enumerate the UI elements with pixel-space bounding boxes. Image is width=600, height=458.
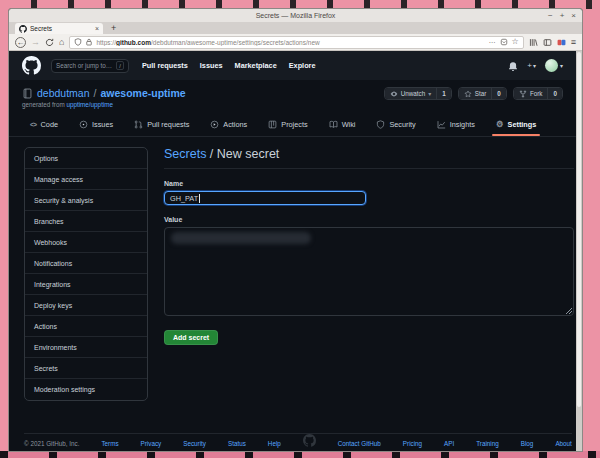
sidebar-item-options[interactable]: Options: [25, 148, 147, 169]
text-cursor: [199, 194, 200, 203]
sidebar-item-secrets[interactable]: Secrets: [25, 358, 147, 379]
search-input[interactable]: Search or jump to… /: [51, 59, 129, 73]
notifications-bell-icon[interactable]: [508, 61, 518, 71]
watch-button-group: Unwatch ▾ 1: [384, 87, 452, 100]
tab-security[interactable]: Security: [374, 113, 417, 136]
plus-icon: +: [527, 61, 532, 70]
pocket-icon[interactable]: [500, 38, 508, 46]
name-label: Name: [164, 180, 574, 187]
value-textarea[interactable]: [164, 227, 574, 316]
back-button[interactable]: ←: [15, 37, 26, 48]
window-titlebar[interactable]: Secrets — Mozilla Firefox − + ×: [9, 9, 582, 22]
close-button[interactable]: ×: [571, 9, 576, 22]
url-input[interactable]: https://github.com/debdutman/awesome-upt…: [69, 36, 523, 49]
new-tab-button[interactable]: +: [111, 23, 116, 34]
repo-owner-link[interactable]: debdutman: [37, 87, 90, 99]
fork-button[interactable]: Fork: [514, 88, 548, 99]
bookmark-star-icon[interactable]: ☆: [512, 38, 519, 46]
actions-icon: [210, 120, 219, 129]
caret-down-icon: ▾: [560, 62, 563, 69]
sidebar-toggle-icon[interactable]: [543, 38, 552, 47]
caret-down-icon: ▾: [533, 62, 536, 69]
fork-button-group: Fork 0: [513, 87, 563, 100]
github-footer: © 2021 GitHub, Inc. Terms Privacy Securi…: [24, 433, 572, 449]
sidebar-item-moderation-settings[interactable]: Moderation settings: [25, 379, 147, 400]
create-new-button[interactable]: +▾: [527, 61, 536, 70]
sidebar-item-integrations[interactable]: Integrations: [25, 274, 147, 295]
maximize-button[interactable]: +: [560, 9, 565, 22]
home-icon[interactable]: ⌂: [59, 38, 64, 47]
breadcrumb: Secrets / New secret: [164, 147, 574, 169]
nav-link-pull-requests[interactable]: Pull requests: [142, 61, 188, 70]
generated-from-link[interactable]: upptime/upptime: [66, 101, 113, 108]
sidebar-item-branches[interactable]: Branches: [25, 211, 147, 232]
add-secret-button[interactable]: Add secret: [164, 330, 218, 345]
unwatch-button[interactable]: Unwatch ▾: [385, 88, 437, 99]
resize-handle[interactable]: [566, 308, 572, 314]
github-logo-icon[interactable]: [22, 56, 41, 75]
tab-insights[interactable]: Insights: [435, 113, 477, 136]
tab-pull-requests[interactable]: Pull requests: [132, 113, 191, 136]
sidebar-item-deploy-keys[interactable]: Deploy keys: [25, 295, 147, 316]
minimize-button[interactable]: −: [548, 9, 553, 22]
footer-link-security[interactable]: Security: [183, 440, 206, 447]
reload-icon[interactable]: [45, 38, 54, 47]
tab-code[interactable]: <>Code: [28, 113, 60, 136]
url-path: /debdutman/awesome-uptime/settings/secre…: [151, 39, 320, 46]
nav-link-issues[interactable]: Issues: [200, 61, 223, 70]
tab-actions[interactable]: Actions: [208, 113, 249, 136]
footer-link-terms[interactable]: Terms: [101, 440, 118, 447]
window-title: Secrets — Mozilla Firefox: [9, 12, 582, 19]
footer-link-status[interactable]: Status: [228, 440, 246, 447]
tab-wiki[interactable]: Wiki: [327, 113, 358, 136]
name-input[interactable]: GH_PAT: [164, 191, 366, 205]
page-scrollbar[interactable]: [576, 51, 582, 451]
star-button[interactable]: Star: [459, 88, 492, 99]
library-icon[interactable]: [529, 38, 538, 47]
url-toolbar: ← → ⌂ https://github.com/debdutman/aweso…: [9, 34, 582, 51]
wiki-icon: [329, 120, 338, 129]
star-icon: [464, 90, 472, 98]
star-count[interactable]: 0: [491, 88, 506, 99]
footer-link-training[interactable]: Training: [476, 440, 499, 447]
menu-icon[interactable]: ≡: [571, 38, 576, 47]
sidebar-item-actions[interactable]: Actions: [25, 316, 147, 337]
nav-link-explore[interactable]: Explore: [289, 61, 316, 70]
browser-viewport: Search or jump to… / Pull requests Issue…: [9, 51, 582, 451]
footer-link-pricing[interactable]: Pricing: [403, 440, 422, 447]
nav-link-marketplace[interactable]: Marketplace: [235, 61, 277, 70]
tab-issues[interactable]: Issues: [77, 113, 115, 136]
watch-count[interactable]: 1: [436, 88, 451, 99]
footer-link-api[interactable]: API: [444, 440, 454, 447]
sidebar-item-notifications[interactable]: Notifications: [25, 253, 147, 274]
browser-tab-secrets[interactable]: Secrets ×: [15, 23, 103, 34]
fork-count[interactable]: 0: [547, 88, 562, 99]
repo-name-link[interactable]: awesome-uptime: [100, 87, 185, 99]
firefox-window: Secrets — Mozilla Firefox − + × Secrets …: [8, 8, 583, 452]
issue-icon: [79, 120, 88, 129]
footer-link-help[interactable]: Help: [268, 440, 281, 447]
tracking-protection-icon[interactable]: [74, 38, 82, 46]
tab-close-icon[interactable]: ×: [95, 25, 99, 32]
page-actions-icon[interactable]: ⋯: [489, 39, 496, 46]
forward-icon[interactable]: →: [31, 38, 40, 47]
breadcrumb-secrets-link[interactable]: Secrets: [164, 147, 206, 161]
tab-projects[interactable]: Projects: [266, 113, 309, 136]
footer-link-about[interactable]: About: [555, 440, 571, 447]
user-menu[interactable]: ▾: [545, 59, 563, 72]
footer-link-privacy[interactable]: Privacy: [141, 440, 162, 447]
sidebar-item-webhooks[interactable]: Webhooks: [25, 232, 147, 253]
footer-link-contact[interactable]: Contact GitHub: [338, 440, 381, 447]
projects-icon: [268, 120, 277, 129]
extension-icon[interactable]: [557, 38, 566, 47]
avatar[interactable]: [545, 59, 558, 72]
sidebar-item-environments[interactable]: Environments: [25, 337, 147, 358]
scrollbar-thumb[interactable]: [577, 52, 581, 407]
sidebar-item-security-analysis[interactable]: Security & analysis: [25, 190, 147, 211]
url-text: https://github.com/debdutman/awesome-upt…: [96, 39, 485, 46]
sidebar-item-manage-access[interactable]: Manage access: [25, 169, 147, 190]
tab-title: Secrets: [30, 25, 92, 32]
footer-link-blog[interactable]: Blog: [521, 440, 534, 447]
tab-settings[interactable]: ⚙Settings: [494, 113, 538, 136]
name-input-value: GH_PAT: [170, 194, 198, 203]
